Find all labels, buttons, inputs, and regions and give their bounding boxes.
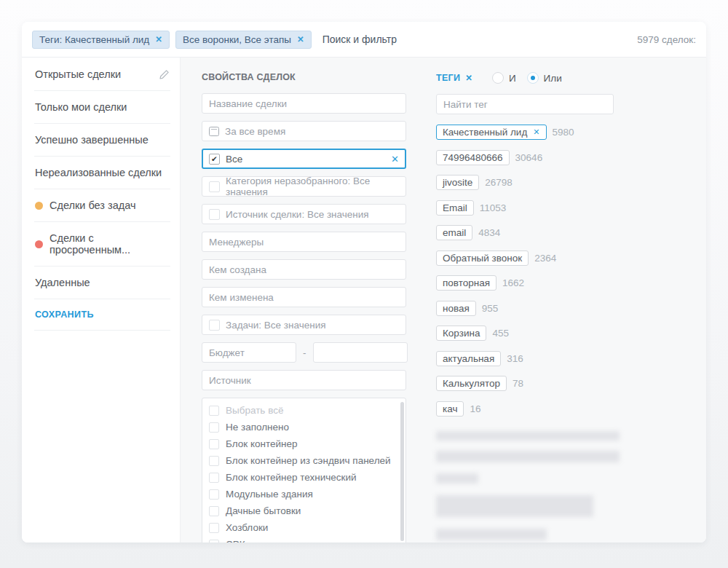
tag-label: Качественный лид: [443, 127, 527, 138]
tag-count: 1662: [502, 277, 524, 288]
tag-chip[interactable]: повторная: [436, 275, 496, 291]
tag-label: Email: [443, 202, 467, 213]
budget-to-input[interactable]: [313, 342, 408, 363]
option-label: Дачные бытовки: [226, 505, 301, 516]
option-label: Блок контейнер: [226, 438, 297, 449]
checkbox-icon[interactable]: [209, 406, 219, 416]
sidebar-item-no-tasks[interactable]: Сделки без задач: [34, 189, 170, 222]
tag-chip[interactable]: кач: [436, 401, 464, 417]
option-label: СРК: [226, 539, 245, 543]
logic-or-radio[interactable]: Или: [527, 72, 562, 84]
unsorted-category-field[interactable]: Категория неразобранного: Все значения: [202, 176, 406, 197]
tag-chip[interactable]: Email: [436, 200, 474, 216]
tags-column: ТЕГИ ✕ И Или Качественный лид ✕: [436, 67, 627, 543]
modified-by-input[interactable]: [202, 287, 406, 307]
option-block-container[interactable]: Блок контейнер: [209, 435, 395, 452]
sidebar-item-deleted[interactable]: Удаленные: [34, 267, 170, 299]
filter-chip-tags[interactable]: Теги: Качественный лид ✕: [32, 31, 170, 49]
checkbox-icon[interactable]: [209, 540, 219, 543]
tag-count: 30646: [515, 152, 543, 163]
pencil-icon[interactable]: [159, 69, 170, 80]
deal-name-input[interactable]: [202, 93, 406, 114]
tag-count: 2364: [534, 253, 556, 264]
save-button[interactable]: СОХРАНИТЬ: [34, 299, 170, 331]
checkbox-icon[interactable]: [209, 209, 220, 220]
tag-chip[interactable]: новая: [436, 301, 476, 316]
option-not-filled[interactable]: Не заполнено: [209, 419, 395, 435]
logic-and-radio[interactable]: И: [492, 72, 516, 84]
checkbox-icon[interactable]: [209, 489, 219, 500]
checkbox-icon[interactable]: [209, 523, 219, 533]
sidebar-item-overdue[interactable]: Сделки с просроченным...: [34, 222, 170, 267]
checkbox-checked-icon[interactable]: ✔: [209, 154, 220, 165]
tag-chip[interactable]: Калькулятор: [436, 376, 507, 391]
tag-label: 74996480666: [443, 152, 503, 163]
close-icon[interactable]: ✕: [465, 73, 472, 83]
checkbox-icon[interactable]: [209, 456, 219, 466]
filter-chip-pipelines-label: Все воронки, Все этапы: [183, 34, 291, 45]
option-dacha-cabins[interactable]: Дачные бытовки: [209, 502, 395, 519]
tag-count: 455: [492, 328, 509, 339]
checkbox-icon[interactable]: [209, 320, 220, 331]
option-srk[interactable]: СРК: [209, 536, 395, 543]
created-by-input[interactable]: [202, 259, 406, 280]
source-input[interactable]: [202, 370, 406, 390]
option-sheds[interactable]: Хозблоки: [209, 519, 395, 536]
checkbox-icon[interactable]: [209, 473, 219, 483]
checkbox-icon[interactable]: [209, 506, 219, 516]
option-select-all[interactable]: Выбрать всё: [209, 402, 395, 419]
search-and-filter-label[interactable]: Поиск и фильтр: [323, 33, 397, 45]
sidebar-item-label: Нереализованные сделки: [35, 167, 162, 178]
status-value: Все: [226, 154, 242, 165]
budget-from-input[interactable]: [202, 342, 296, 363]
radio-checked-icon[interactable]: [527, 72, 539, 84]
tag-chip[interactable]: 74996480666: [436, 150, 510, 165]
close-icon[interactable]: ✕: [297, 34, 304, 44]
filter-chip-pipelines[interactable]: Все воронки, Все этапы ✕: [175, 31, 312, 49]
option-modular-buildings[interactable]: Модульные здания: [209, 486, 395, 502]
option-block-container-technical[interactable]: Блок контейнер технический: [209, 469, 395, 486]
sidebar-item-open-deals[interactable]: Открытые сделки: [34, 58, 170, 91]
deal-source-field[interactable]: Источник сделки: Все значения: [202, 204, 406, 224]
option-block-container-sandwich[interactable]: Блок контейнер из сэндвич панелей: [209, 452, 395, 469]
listbox-scrollbar[interactable]: [400, 402, 404, 541]
redacted-tags: [436, 431, 627, 540]
checkbox-icon[interactable]: [209, 439, 219, 449]
filter-area: СВОЙСТВА СДЕЛОК За все время ✔ Все ✕ Кат…: [181, 58, 706, 543]
tag-row: Корзина 455: [436, 325, 627, 342]
content: Открытые сделки Только мои сделки Успешн…: [22, 58, 706, 543]
tag-chip-selected[interactable]: Качественный лид ✕: [436, 125, 547, 140]
tag-chip[interactable]: jivosite: [436, 175, 479, 190]
find-tag-input[interactable]: [436, 94, 614, 114]
managers-input[interactable]: [202, 232, 406, 252]
date-range-field[interactable]: За все время: [202, 121, 406, 141]
sidebar-item-lost[interactable]: Нереализованные сделки: [34, 157, 170, 189]
sidebar-item-won[interactable]: Успешно завершенные: [34, 124, 170, 157]
tasks-field[interactable]: Задачи: Все значения: [202, 315, 406, 335]
option-label: Выбрать всё: [226, 405, 283, 416]
tag-count: 316: [507, 353, 523, 364]
tag-count: 955: [482, 303, 499, 314]
sidebar-item-my-deals[interactable]: Только мои сделки: [34, 91, 170, 124]
checkbox-icon[interactable]: [209, 181, 220, 192]
checkbox-icon[interactable]: [209, 422, 219, 433]
tag-label: кач: [443, 403, 457, 414]
logic-and-label: И: [509, 73, 516, 84]
close-icon[interactable]: ✕: [155, 34, 162, 44]
tag-chip[interactable]: email: [436, 225, 472, 240]
close-icon[interactable]: ✕: [533, 127, 539, 137]
options-listbox: Выбрать всё Не заполнено Блок контейнер …: [202, 398, 406, 543]
option-label: Блок контейнер технический: [226, 472, 357, 483]
tag-label: Калькулятор: [443, 378, 500, 389]
tag-chip[interactable]: Обратный звонок: [436, 251, 529, 266]
tag-count: 11053: [480, 202, 507, 213]
status-select-field[interactable]: ✔ Все ✕: [202, 149, 406, 169]
deals-count: 5979 сделок:: [637, 34, 696, 45]
radio-icon[interactable]: [492, 72, 504, 84]
tag-chip[interactable]: актуальная: [436, 351, 501, 366]
tag-row: 74996480666 30646: [436, 149, 627, 166]
topbar: Теги: Качественный лид ✕ Все воронки, Вс…: [22, 22, 706, 58]
tag-chip[interactable]: Корзина: [436, 326, 486, 341]
deal-properties-column: СВОЙСТВА СДЕЛОК За все время ✔ Все ✕ Кат…: [202, 67, 406, 543]
clear-icon[interactable]: ✕: [391, 154, 399, 165]
